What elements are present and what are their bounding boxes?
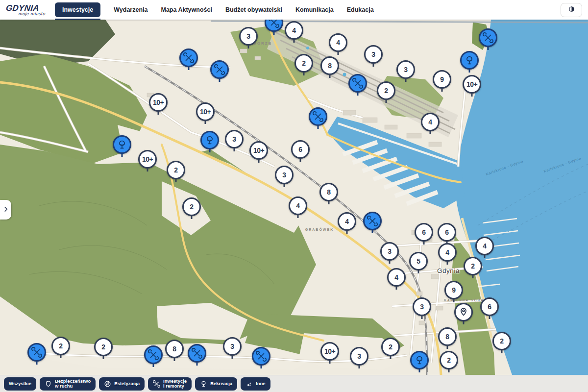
map-cluster-marker[interactable]: 4 [421,113,440,131]
map-cluster-marker[interactable]: 9 [444,281,463,299]
cluster-count: 6 [445,228,448,236]
filter-button-estetyzacja[interactable]: Estetyzacja [99,377,145,391]
map-cluster-marker[interactable]: 4 [338,212,356,231]
filter-button-inwestycje[interactable]: Inwestycjei remonty [148,377,192,391]
map-cluster-marker[interactable]: 10+ [249,141,268,160]
map-cluster-marker[interactable]: 2 [492,332,511,350]
map-category-marker-tools[interactable] [210,60,229,79]
cluster-count: 3 [357,352,361,360]
map-cluster-marker[interactable]: 10+ [196,102,215,121]
map-cluster-marker[interactable]: 3 [225,130,244,148]
filter-button-label: Inwestycjei remonty [163,379,187,389]
brand-logo[interactable]: GDYNIA moje miasto [6,4,48,16]
map-cluster-marker[interactable]: 4 [285,21,303,40]
sidebar-expand-button[interactable] [0,200,11,220]
cluster-count: 6 [298,146,302,153]
map-cluster-marker[interactable]: 10+ [463,75,481,94]
tab-komunikacja[interactable]: Komunikacja [295,6,334,13]
map-cluster-marker[interactable]: 4 [438,243,457,262]
map-category-marker-tree[interactable] [460,51,479,70]
map-cluster-marker[interactable]: 5 [409,252,428,270]
map-cluster-marker[interactable]: 3 [239,27,258,46]
cluster-count: 4 [336,39,340,47]
map-city-label: Gdynia [437,267,460,274]
map-cluster-marker[interactable]: 3 [350,347,368,366]
tab-inwestycje[interactable]: Inwestycje [55,2,100,17]
map[interactable]: 34428332910+10+10+310+6310+2248446634452… [0,20,588,375]
map-cluster-marker[interactable]: 8 [319,183,338,201]
filter-button-rekreacja[interactable]: Rekreacja [195,377,237,391]
cluster-count: 3 [230,343,234,350]
map-cluster-marker[interactable]: 2 [167,161,185,179]
cluster-count: 2 [174,166,177,174]
map-category-marker-tools[interactable] [265,20,283,32]
map-category-marker-pin[interactable] [454,303,473,321]
map-cluster-marker[interactable]: 2 [294,54,313,73]
map-cluster-marker[interactable]: 8 [438,327,457,346]
filter-button-inne[interactable]: Inne [241,377,270,391]
filter-button-bezpieczeństwo[interactable]: Bezpieczeństwow ruchu [40,377,96,391]
cluster-count: 9 [452,286,455,294]
map-cluster-marker[interactable]: 3 [364,45,383,64]
map-category-marker-tools[interactable] [179,49,198,67]
map-cluster-marker[interactable]: 3 [223,337,242,356]
map-cluster-marker[interactable]: 9 [433,70,451,89]
filter-button-wszystkie[interactable]: Wszystkie [4,377,36,391]
map-cluster-marker[interactable]: 6 [438,223,456,242]
cluster-count: 2 [190,203,193,211]
tree-icon [200,380,207,388]
tab-mapa-aktywności[interactable]: Mapa Aktywności [161,6,212,13]
cluster-count: 2 [59,342,62,350]
map-cluster-marker[interactable]: 2 [182,197,201,216]
map-cluster-marker[interactable]: 2 [377,81,395,100]
map-cluster-marker[interactable]: 6 [480,297,499,316]
top-navbar: GDYNIA moje miasto InwestycjeWydarzeniaM… [0,0,588,20]
map-cluster-marker[interactable]: 3 [275,166,294,184]
cluster-count: 10+ [324,347,335,355]
map-cluster-marker[interactable]: 4 [289,196,307,215]
map-cluster-marker[interactable]: 6 [291,140,310,159]
map-cluster-marker[interactable]: 4 [475,237,494,255]
map-category-marker-tools[interactable] [27,343,46,362]
map-marker-layer: 34428332910+10+10+310+6310+2248446634452… [0,20,588,375]
tab-wydarzenia[interactable]: Wydarzenia [114,6,147,13]
map-cluster-marker[interactable]: 2 [464,257,482,275]
map-category-marker-tree[interactable] [200,131,219,149]
map-cluster-marker[interactable]: 2 [94,338,113,356]
tab-edukacja[interactable]: Edukacja [347,6,374,13]
cluster-count: 2 [384,87,388,95]
map-cluster-marker[interactable]: 3 [396,60,415,79]
cluster-count: 4 [428,118,432,126]
filter-button-label: Rekreacja [210,381,232,386]
map-cluster-marker[interactable]: 3 [413,297,431,316]
map-cluster-marker[interactable]: 2 [51,337,70,355]
tools-icon [192,348,202,359]
map-cluster-marker[interactable]: 4 [329,33,347,52]
map-cluster-marker[interactable]: 10+ [149,93,168,112]
theme-toggle-button[interactable] [561,3,582,17]
map-category-marker-tools[interactable] [144,345,163,364]
tab-budżet-obywatelski[interactable]: Budżet obywatelski [225,6,282,13]
map-cluster-marker[interactable]: 10+ [138,150,157,169]
map-category-marker-tree[interactable] [410,351,429,369]
map-cluster-marker[interactable]: 2 [381,338,400,356]
map-cluster-marker[interactable]: 3 [380,242,399,261]
map-cluster-marker[interactable]: 10+ [320,342,339,361]
map-cluster-marker[interactable]: 6 [415,223,433,242]
map-category-marker-tools[interactable] [309,107,327,126]
map-category-marker-tools[interactable] [363,212,382,230]
map-category-marker-tools[interactable] [348,74,367,93]
cluster-count: 3 [371,50,375,58]
map-category-marker-tools[interactable] [479,28,497,47]
map-cluster-marker[interactable]: 4 [387,268,406,287]
map-category-marker-tree[interactable] [113,135,131,154]
tools-icon [148,349,159,360]
tools-icon [256,351,267,362]
map-cluster-marker[interactable]: 2 [440,351,458,369]
cluster-count: 9 [440,75,443,83]
map-cluster-marker[interactable]: 8 [165,340,184,358]
map-category-marker-tools[interactable] [252,347,270,366]
tools-icon [483,32,493,43]
map-cluster-marker[interactable]: 8 [320,56,339,75]
map-category-marker-tools[interactable] [188,344,206,363]
